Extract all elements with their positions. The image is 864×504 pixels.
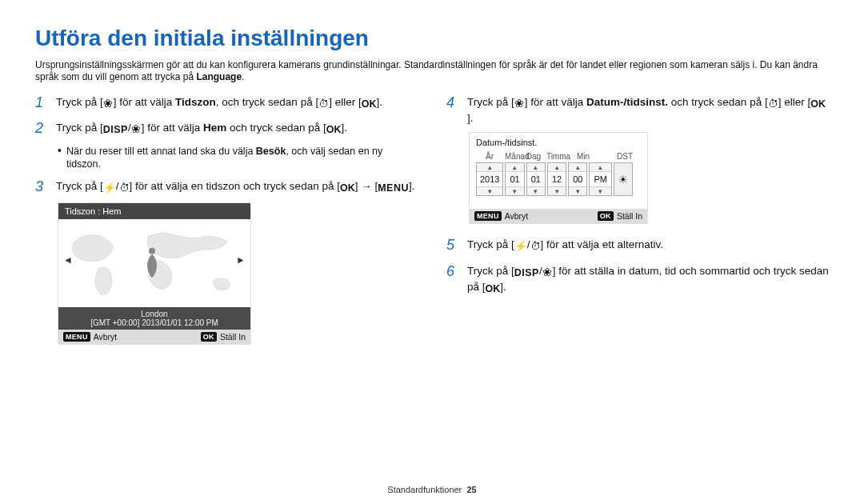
disp-icon: DISP	[514, 266, 539, 280]
month-value: 01	[506, 171, 523, 187]
intro-part1: Ursprungsinställningsskärmen gör att du …	[35, 59, 818, 82]
world-map: ◄ ►	[58, 219, 250, 307]
ok-icon: OK	[486, 282, 501, 296]
column-labels: År Månad Dag Timma Min DST	[476, 152, 641, 161]
t: ].	[500, 281, 506, 293]
chevron-up-icon[interactable]: ▴	[534, 163, 538, 171]
chevron-down-icon[interactable]: ▾	[598, 187, 602, 195]
day-value: 01	[527, 171, 545, 187]
screen-footer: MENUAvbryt OKStäll In	[470, 209, 647, 223]
cancel-label: Avbryt	[505, 211, 529, 221]
step-1: 1 Tryck på [] för att välja Tidszon, och…	[35, 93, 418, 112]
chevron-down-icon[interactable]: ▾	[534, 187, 538, 195]
step-number: 5	[446, 235, 459, 254]
chevron-up-icon[interactable]: ▴	[555, 163, 559, 171]
location-timestamp: [GMT +00:00] 2013/01/01 12:00 PM	[58, 318, 250, 327]
col-min: Min	[574, 152, 593, 161]
intro-text: Ursprungsinställningsskärmen gör att du …	[35, 59, 829, 83]
macro-icon	[542, 266, 553, 276]
t: och tryck sedan på [	[668, 96, 768, 108]
t: ].	[409, 180, 415, 192]
step-number: 1	[35, 93, 48, 112]
location-name: London	[58, 310, 250, 318]
t: När du reser till ett annat land ska du …	[66, 146, 256, 157]
screen-header: Tidszon : Hem	[58, 203, 250, 219]
col-year: År	[476, 152, 503, 161]
confirm-button[interactable]: OKStäll In	[201, 332, 246, 342]
col-hour: Timma	[545, 152, 572, 161]
t: ] för att välja	[525, 96, 586, 108]
intro-strong: Language	[196, 71, 242, 82]
menu-tag: MENU	[474, 211, 502, 221]
year-value: 2013	[477, 171, 502, 187]
nav-right-icon[interactable]: ►	[236, 254, 246, 266]
t: Tryck på [	[467, 265, 514, 277]
t: ] eller [	[329, 96, 362, 108]
step-number: 4	[446, 93, 459, 126]
ok-icon: OK	[810, 98, 826, 111]
t: , och tryck sedan på [	[216, 96, 318, 108]
t: ] för att välja	[114, 96, 175, 108]
t: och tryck sedan på [	[226, 122, 326, 134]
chevron-down-icon[interactable]: ▾	[576, 187, 580, 195]
chevron-down-icon[interactable]: ▾	[488, 187, 492, 195]
chevron-up-icon[interactable]: ▴	[598, 163, 602, 171]
footer-section: Standardfunktioner	[387, 485, 462, 494]
flash-icon	[514, 239, 527, 254]
dst-icon[interactable]	[614, 162, 633, 196]
macro-icon	[103, 97, 114, 107]
cancel-button[interactable]: MENUAvbryt	[474, 211, 528, 221]
hour-spinner[interactable]: ▴12▾	[547, 162, 566, 196]
chevron-down-icon[interactable]: ▾	[513, 187, 517, 195]
menu-tag: MENU	[63, 332, 90, 342]
min-spinner[interactable]: ▴00▾	[568, 162, 587, 196]
chevron-up-icon[interactable]: ▴	[513, 163, 517, 171]
step-4: 4 Tryck på [] för att välja Datum-/tidsi…	[446, 93, 829, 126]
step-3: 3 Tryck på [/] för att välja en tidszon …	[35, 177, 418, 196]
screen-header: Datum-/tidsinst.	[470, 133, 647, 149]
t: Tryck på [	[467, 96, 514, 108]
nav-left-icon[interactable]: ◄	[63, 254, 73, 266]
chevron-up-icon[interactable]: ▴	[488, 163, 492, 171]
t: ] för att välja en tidszon och tryck sed…	[130, 180, 340, 192]
step-number: 2	[35, 118, 48, 138]
ok-tag: OK	[201, 332, 217, 342]
timezone-screen: Tidszon : Hem ◄ ►	[58, 202, 251, 345]
t-strong: Hem	[203, 122, 226, 134]
t-strong: Datum-/tidsinst.	[586, 96, 668, 108]
timer-icon	[119, 181, 130, 195]
flash-icon	[103, 181, 116, 195]
t-strong: Besök	[256, 146, 286, 157]
ok-icon: OK	[362, 98, 377, 111]
ok-icon: OK	[340, 182, 355, 195]
bullet-dot: •	[58, 145, 62, 171]
page-title: Utföra den initiala inställningen	[35, 26, 829, 51]
chevron-down-icon[interactable]: ▾	[555, 187, 559, 195]
left-column: 1 Tryck på [] för att välja Tidszon, och…	[35, 93, 418, 345]
cancel-button[interactable]: MENUAvbryt	[63, 332, 117, 342]
year-spinner[interactable]: ▴2013▾	[476, 162, 503, 196]
world-map-svg	[58, 219, 250, 306]
svg-point-1	[149, 248, 155, 254]
t: Tryck på [	[56, 122, 103, 134]
t: ].	[342, 122, 348, 134]
step-2-note: • När du reser till ett annat land ska d…	[58, 145, 418, 171]
confirm-button[interactable]: OKStäll In	[598, 211, 642, 221]
day-spinner[interactable]: ▴01▾	[526, 162, 546, 196]
macro-icon	[514, 97, 525, 107]
ok-icon: OK	[326, 123, 342, 137]
ampm-value: PM	[590, 171, 611, 187]
month-spinner[interactable]: ▴01▾	[505, 162, 524, 196]
t: Tryck på [	[56, 96, 103, 108]
ampm-spinner[interactable]: ▴PM▾	[589, 162, 612, 196]
step-number: 3	[35, 177, 48, 196]
location-bar: London [GMT +00:00] 2013/01/01 12:00 PM	[58, 307, 250, 330]
col-dst: DST	[594, 152, 633, 161]
t: Tryck på [	[467, 238, 514, 250]
spinner-row: ▴2013▾ ▴01▾ ▴01▾ ▴12▾ ▴00▾ ▴PM▾	[476, 162, 641, 196]
datetime-screen: Datum-/tidsinst. År Månad Dag Timma Min …	[469, 132, 648, 224]
timer-icon	[318, 97, 329, 111]
ok-tag: OK	[598, 211, 614, 221]
chevron-up-icon[interactable]: ▴	[576, 163, 580, 171]
confirm-label: Ställ In	[220, 332, 246, 342]
